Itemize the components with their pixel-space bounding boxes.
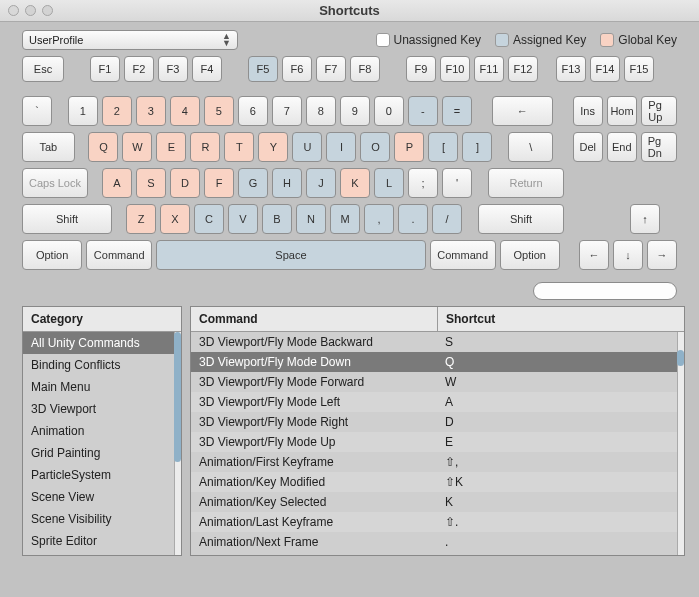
key-o[interactable]: O <box>360 132 390 162</box>
search-input[interactable] <box>544 285 682 297</box>
command-row[interactable]: Animation/Key SelectedK <box>191 492 684 512</box>
category-item[interactable]: 3D Viewport <box>23 398 181 420</box>
key-f8[interactable]: F8 <box>350 56 380 82</box>
key--[interactable]: ] <box>462 132 492 162</box>
category-item[interactable]: Sprite Editor <box>23 530 181 552</box>
key-shift[interactable]: Shift <box>22 204 112 234</box>
key--[interactable]: [ <box>428 132 458 162</box>
key-p[interactable]: P <box>394 132 424 162</box>
command-row[interactable]: Animation/Last Keyframe⇧. <box>191 512 684 532</box>
category-item[interactable]: Animation <box>23 420 181 442</box>
key--[interactable]: \ <box>508 132 553 162</box>
key-1[interactable]: 1 <box>68 96 98 126</box>
key-x[interactable]: X <box>160 204 190 234</box>
key-y[interactable]: Y <box>258 132 288 162</box>
command-row[interactable]: Animation/Next Frame. <box>191 532 684 552</box>
key--[interactable]: ← <box>579 240 609 270</box>
command-row[interactable]: Animation/First Keyframe⇧, <box>191 452 684 472</box>
key-m[interactable]: M <box>330 204 360 234</box>
key-7[interactable]: 7 <box>272 96 302 126</box>
category-item[interactable]: All Unity Commands <box>23 332 181 354</box>
key-pg-dn[interactable]: Pg Dn <box>641 132 677 162</box>
key--[interactable]: . <box>398 204 428 234</box>
key-hom[interactable]: Hom <box>607 96 638 126</box>
key-f6[interactable]: F6 <box>282 56 312 82</box>
key-end[interactable]: End <box>607 132 637 162</box>
key--[interactable]: ` <box>22 96 52 126</box>
key-caps-lock[interactable]: Caps Lock <box>22 168 88 198</box>
key--[interactable]: ; <box>408 168 438 198</box>
key--[interactable]: = <box>442 96 472 126</box>
key-a[interactable]: A <box>102 168 132 198</box>
key-k[interactable]: K <box>340 168 370 198</box>
key-f[interactable]: F <box>204 168 234 198</box>
key-pg-up[interactable]: Pg Up <box>641 96 677 126</box>
key-f4[interactable]: F4 <box>192 56 222 82</box>
key-0[interactable]: 0 <box>374 96 404 126</box>
key--[interactable]: ↑ <box>630 204 660 234</box>
command-row[interactable]: 3D Viewport/Fly Mode RightD <box>191 412 684 432</box>
key-6[interactable]: 6 <box>238 96 268 126</box>
key-option[interactable]: Option <box>500 240 560 270</box>
key-e[interactable]: E <box>156 132 186 162</box>
key-n[interactable]: N <box>296 204 326 234</box>
command-row[interactable]: 3D Viewport/Fly Mode ForwardW <box>191 372 684 392</box>
scrollbar[interactable] <box>174 332 181 555</box>
key-i[interactable]: I <box>326 132 356 162</box>
key-v[interactable]: V <box>228 204 258 234</box>
key--[interactable]: ← <box>492 96 553 126</box>
scrollbar-thumb[interactable] <box>174 332 181 462</box>
profile-dropdown[interactable]: UserProfile ▲▼ <box>22 30 238 50</box>
command-row[interactable]: Animation/Key Modified⇧K <box>191 472 684 492</box>
key-command[interactable]: Command <box>86 240 152 270</box>
category-item[interactable]: Stage <box>23 552 181 555</box>
scrollbar-thumb[interactable] <box>677 350 684 366</box>
key-f5[interactable]: F5 <box>248 56 278 82</box>
key-esc[interactable]: Esc <box>22 56 64 82</box>
key-u[interactable]: U <box>292 132 322 162</box>
key-t[interactable]: T <box>224 132 254 162</box>
key-f15[interactable]: F15 <box>624 56 654 82</box>
key-ins[interactable]: Ins <box>573 96 603 126</box>
key-z[interactable]: Z <box>126 204 156 234</box>
key-j[interactable]: J <box>306 168 336 198</box>
key-del[interactable]: Del <box>573 132 603 162</box>
key-f12[interactable]: F12 <box>508 56 538 82</box>
key-f3[interactable]: F3 <box>158 56 188 82</box>
key-f10[interactable]: F10 <box>440 56 470 82</box>
key-2[interactable]: 2 <box>102 96 132 126</box>
key-f7[interactable]: F7 <box>316 56 346 82</box>
key-tab[interactable]: Tab <box>22 132 75 162</box>
key-space[interactable]: Space <box>156 240 426 270</box>
key-option[interactable]: Option <box>22 240 82 270</box>
key--[interactable]: ' <box>442 168 472 198</box>
key-f9[interactable]: F9 <box>406 56 436 82</box>
scrollbar[interactable] <box>677 332 684 555</box>
key-l[interactable]: L <box>374 168 404 198</box>
command-row[interactable]: 3D Viewport/Fly Mode LeftA <box>191 392 684 412</box>
key-8[interactable]: 8 <box>306 96 336 126</box>
key-3[interactable]: 3 <box>136 96 166 126</box>
key-9[interactable]: 9 <box>340 96 370 126</box>
key-b[interactable]: B <box>262 204 292 234</box>
command-row[interactable]: 3D Viewport/Fly Mode DownQ <box>191 352 684 372</box>
key-f2[interactable]: F2 <box>124 56 154 82</box>
category-item[interactable]: Main Menu <box>23 376 181 398</box>
key-f11[interactable]: F11 <box>474 56 504 82</box>
category-item[interactable]: Scene Visibility <box>23 508 181 530</box>
key-w[interactable]: W <box>122 132 152 162</box>
key-r[interactable]: R <box>190 132 220 162</box>
command-row[interactable]: 3D Viewport/Fly Mode BackwardS <box>191 332 684 352</box>
key--[interactable]: , <box>364 204 394 234</box>
key--[interactable]: / <box>432 204 462 234</box>
key-s[interactable]: S <box>136 168 166 198</box>
key-d[interactable]: D <box>170 168 200 198</box>
category-item[interactable]: Scene View <box>23 486 181 508</box>
key-c[interactable]: C <box>194 204 224 234</box>
key-4[interactable]: 4 <box>170 96 200 126</box>
key--[interactable]: - <box>408 96 438 126</box>
key-q[interactable]: Q <box>88 132 118 162</box>
search-field[interactable] <box>533 282 677 300</box>
key-g[interactable]: G <box>238 168 268 198</box>
command-row[interactable]: 3D Viewport/Fly Mode UpE <box>191 432 684 452</box>
